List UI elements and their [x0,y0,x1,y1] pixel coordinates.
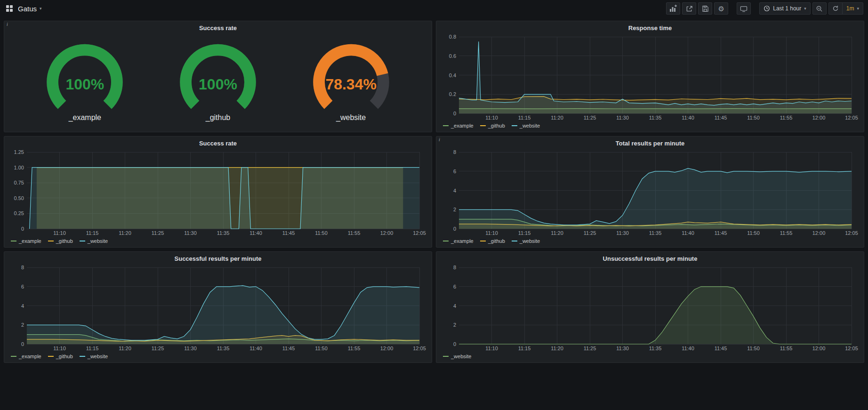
x-tick-label: 11:30 [184,230,197,236]
y-tick-label: 0.2 [449,91,456,97]
y-tick-label: 1.00 [14,165,24,170]
panel-title[interactable]: Total results per minute [441,137,859,148]
x-tick-label: 11:10 [485,115,498,121]
x-tick-label: 11:25 [152,346,164,351]
chart-svg: 0246811:1011:1511:2011:2511:3011:3511:40… [441,148,859,237]
panel-title[interactable]: Success rate [9,22,427,33]
x-tick-label: 11:20 [551,346,563,351]
panel-response-time: Response time 00.20.40.60.811:1011:1511:… [436,21,864,132]
x-tick-label: 11:50 [747,115,760,121]
dashboard-title: Gatus [18,5,37,13]
x-tick-label: 11:50 [315,346,328,351]
x-tick-label: 11:30 [616,115,629,121]
x-tick-label: 11:10 [485,230,498,236]
refresh-button[interactable] [828,2,843,15]
x-tick-label: 11:45 [282,230,295,236]
x-tick-label: 11:15 [518,230,531,236]
panel-info-icon[interactable]: i [439,137,440,142]
dashboards-grid-icon[interactable] [5,4,14,13]
panel-title[interactable]: Response time [441,22,859,33]
refresh-interval-button[interactable]: 1m ▾ [842,2,863,15]
panel-title[interactable]: Successful results per minute [9,253,427,264]
legend-color-swatch [11,356,16,357]
grid-squares-icon [6,5,13,12]
add-panel-button[interactable] [666,2,680,15]
x-tick-label: 11:15 [86,230,99,236]
legend-item-_website[interactable]: _website [443,354,471,359]
y-tick-label: 0 [21,341,24,347]
panel-success-rate-gauges: i Success rate 100% _example 100% _githu… [4,21,432,132]
x-tick-label: 11:50 [315,230,328,236]
x-tick-label: 11:45 [282,346,295,351]
legend-item-_website[interactable]: _website [80,238,108,244]
unsuccessful-results-chart[interactable]: 0246811:1011:1511:2011:2511:3011:3511:40… [441,264,859,352]
y-tick-label: 0.4 [449,72,456,78]
x-tick-label: 12:05 [845,346,858,351]
legend-item-_github[interactable]: _github [48,354,73,359]
refresh-interval-label: 1m [846,5,854,12]
zoom-out-button[interactable] [812,2,827,15]
x-tick-label: 11:50 [747,230,760,236]
legend-color-swatch [80,356,85,357]
legend-item-_example[interactable]: _example [443,123,474,129]
panel-title[interactable]: Success rate [9,137,427,148]
panel-unsuccessful-results: Unsuccessful results per minute 0246811:… [436,251,864,363]
x-tick-label: 11:40 [682,230,694,236]
x-tick-label: 11:55 [348,230,361,236]
x-tick-label: 11:40 [682,115,694,121]
gauge-github: 100% _github [164,41,272,122]
chart-legend: _example_github_website [9,352,427,361]
x-tick-label: 11:25 [584,230,596,236]
successful-results-chart[interactable]: 0246811:1011:1511:2011:2511:3011:3511:40… [9,264,427,352]
legend-item-_github[interactable]: _github [48,238,73,244]
x-tick-label: 12:05 [413,230,426,236]
x-tick-label: 11:20 [551,230,563,236]
chart-svg: 0246811:1011:1511:2011:2511:3011:3511:40… [9,264,427,352]
legend-item-_github[interactable]: _github [480,238,505,244]
legend-item-_example[interactable]: _example [11,238,41,244]
chart-legend: _example_github_website [9,237,427,245]
settings-button[interactable]: ⚙ [714,2,728,15]
x-tick-label: 11:55 [780,346,793,351]
x-tick-label: 12:00 [380,230,394,236]
x-tick-label: 11:20 [551,115,563,121]
y-tick-label: 0 [21,226,24,232]
legend-item-_website[interactable]: _website [512,238,540,244]
response-time-chart[interactable]: 00.20.40.60.811:1011:1511:2011:2511:3011… [441,33,859,121]
x-tick-label: 11:40 [249,230,262,236]
x-tick-label: 11:25 [152,230,164,236]
legend-color-swatch [443,356,449,357]
legend-item-_website[interactable]: _website [80,354,108,359]
success-rate-chart[interactable]: 00.250.500.751.001.2511:1011:1511:2011:2… [9,148,427,237]
time-range-button[interactable]: Last 1 hour ▾ [759,2,811,15]
x-tick-label: 11:35 [217,230,230,236]
x-tick-label: 11:35 [649,346,662,351]
x-tick-label: 11:45 [715,230,727,236]
chart-legend: _example_github_website [441,121,859,130]
cycle-view-button[interactable] [737,2,751,15]
legend-item-_website[interactable]: _website [512,123,540,129]
share-button[interactable] [682,2,696,15]
caret-down-icon: ▾ [804,7,806,11]
x-tick-label: 11:10 [485,346,498,351]
panel-info-icon[interactable]: i [7,22,8,27]
x-tick-label: 11:55 [780,115,793,121]
x-tick-label: 11:35 [649,115,662,121]
legend-item-_example[interactable]: _example [11,354,41,359]
y-tick-label: 0.75 [14,180,24,185]
x-tick-label: 12:05 [413,346,426,351]
legend-item-_example[interactable]: _example [443,238,474,244]
total-results-chart[interactable]: 0246811:1011:1511:2011:2511:3011:3511:40… [441,148,859,237]
legend-color-swatch [480,125,486,126]
legend-color-swatch [48,241,54,241]
x-tick-label: 12:00 [812,230,826,236]
refresh-button-group: 1m ▾ [828,2,863,15]
panel-title[interactable]: Unsuccessful results per minute [441,253,859,264]
y-tick-label: 4 [21,303,24,309]
dashboard-title-button[interactable]: Gatus ▾ [18,5,42,13]
save-button[interactable] [698,2,712,15]
gauge-row: 100% _example 100% _github 78.34% _websi… [9,33,427,130]
panel-total-results: i Total results per minute 0246811:1011:… [436,136,864,248]
legend-item-_github[interactable]: _github [480,123,505,129]
x-tick-label: 11:35 [217,346,230,351]
